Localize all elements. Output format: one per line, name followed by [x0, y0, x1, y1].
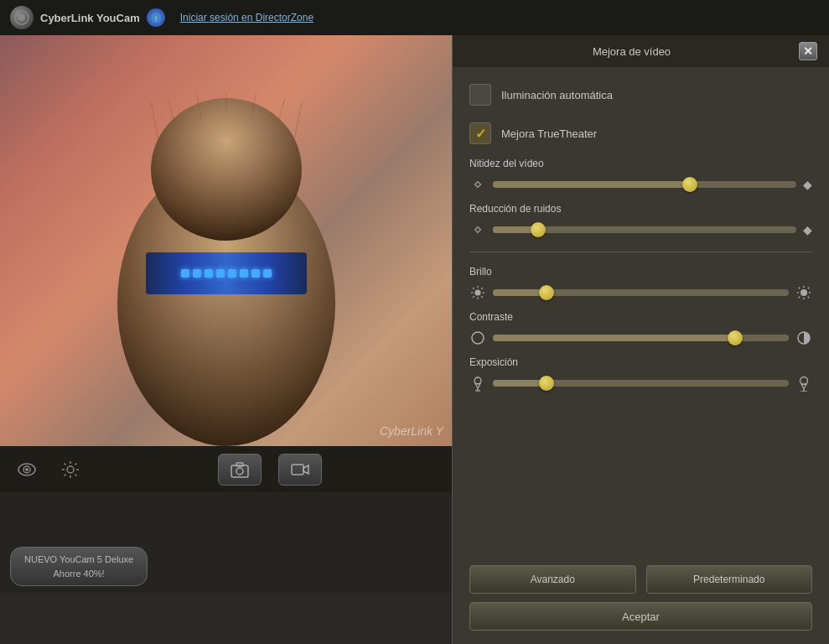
brightness-section: Brillo	[469, 266, 812, 301]
brightness-icon-right	[795, 284, 812, 301]
app-title: CyberLink YouCam	[40, 12, 140, 24]
promo-line1: NUEVO YouCam 5 Deluxe	[24, 553, 133, 567]
auto-illumination-checkbox[interactable]	[469, 84, 491, 106]
separator-1	[469, 252, 812, 252]
led-light	[240, 269, 248, 278]
led-light	[228, 269, 236, 278]
exposure-thumb[interactable]	[539, 376, 554, 391]
svg-point-43	[801, 289, 807, 296]
footer-btn-row: Avanzado Predeterminado	[469, 565, 812, 594]
noise-icon-left	[469, 221, 486, 238]
update-icon[interactable]: ↑	[147, 8, 165, 27]
svg-point-26	[236, 468, 243, 475]
truetheater-row: ✓ Mejora TrueTheater	[469, 119, 812, 148]
capture-photo-button[interactable]	[218, 454, 262, 486]
brightness-slider[interactable]	[493, 289, 789, 296]
promo-line2: Ahorre 40%!	[24, 567, 133, 581]
svg-point-15	[25, 468, 28, 471]
svg-rect-27	[236, 463, 243, 466]
close-button[interactable]: ✕	[799, 42, 817, 60]
led-light	[216, 269, 225, 278]
svg-line-22	[75, 474, 77, 475]
main-content: CyberLink Y	[0, 35, 829, 644]
svg-point-16	[67, 466, 74, 473]
camera-feed: CyberLink Y	[0, 35, 452, 446]
svg-line-21	[65, 463, 66, 465]
sharpness-slider-row: ◆	[469, 176, 812, 193]
svg-point-34	[475, 290, 481, 296]
camera-controls	[0, 446, 452, 492]
noise-thumb[interactable]	[531, 222, 546, 237]
sharpness-icon-left	[469, 176, 486, 193]
noise-icon-right: ◆	[803, 223, 812, 236]
svg-line-41	[481, 288, 483, 289]
eye-button[interactable]	[13, 456, 40, 483]
dialog-title: Mejora de vídeo	[464, 45, 799, 58]
contrast-fill	[493, 335, 735, 341]
promo-badge: NUEVO YouCam 5 Deluxe Ahorre 40%!	[10, 547, 148, 586]
contrast-thumb[interactable]	[728, 330, 743, 345]
svg-line-23	[75, 463, 77, 465]
noise-slider[interactable]	[493, 226, 796, 233]
svg-line-49	[808, 297, 809, 298]
contrast-icon-right	[795, 330, 812, 346]
led-light	[193, 269, 201, 278]
sharpness-thumb[interactable]	[682, 177, 697, 192]
svg-line-51	[799, 297, 800, 298]
svg-line-6	[151, 102, 159, 144]
svg-line-48	[799, 288, 800, 288]
figure-overlay	[92, 94, 360, 446]
svg-rect-28	[292, 465, 303, 475]
exposure-section: Exposición	[469, 356, 812, 392]
svg-point-57	[801, 377, 808, 385]
led-light	[263, 269, 272, 278]
bottom-area: NUEVO YouCam 5 Deluxe Ahorre 40%!	[0, 492, 452, 593]
truetheater-label: Mejora TrueTheater	[501, 127, 597, 140]
contrast-label: Contraste	[469, 311, 812, 323]
contrast-slider-row	[469, 330, 812, 346]
director-zone-link[interactable]: Iniciar sesión en DirectorZone	[180, 12, 313, 23]
auto-illumination-row: Iluminación automática	[469, 80, 812, 109]
sharpness-fill	[493, 181, 690, 188]
brightness-slider-row	[469, 284, 812, 301]
dialog-panel: Mejora de vídeo ✕ Iluminación automática…	[452, 35, 829, 644]
sharpness-slider[interactable]	[493, 181, 796, 188]
brightness-thumb[interactable]	[539, 285, 554, 300]
sharpness-icon-right: ◆	[803, 178, 812, 191]
svg-line-39	[473, 288, 474, 289]
sharpness-section: Nitidez del vídeo ◆	[469, 158, 812, 193]
advanced-button[interactable]: Avanzado	[469, 565, 636, 594]
svg-point-1	[18, 14, 25, 21]
svg-line-24	[65, 474, 66, 475]
settings-button[interactable]	[57, 456, 84, 483]
svg-text:↑: ↑	[153, 14, 158, 23]
capture-video-button[interactable]	[278, 454, 322, 486]
contrast-slider[interactable]	[493, 335, 789, 341]
exposure-slider[interactable]	[493, 380, 789, 387]
sharpness-label: Nitidez del vídeo	[469, 158, 812, 169]
svg-line-12	[293, 102, 302, 144]
dialog-title-bar: Mejora de vídeo ✕	[453, 35, 829, 67]
exposure-icon-left	[469, 375, 486, 392]
noise-slider-row: ◆	[469, 221, 812, 238]
led-light	[205, 269, 213, 278]
truetheater-checkbox[interactable]: ✓	[469, 122, 491, 144]
default-button[interactable]: Predeterminado	[646, 565, 813, 594]
top-bar: CyberLink YouCam ↑ Iniciar sesión en Dir…	[0, 0, 829, 35]
exposure-slider-row	[469, 375, 812, 392]
dialog-body: Iluminación automática ✓ Mejora TrueThea…	[453, 67, 829, 555]
dialog-footer: Avanzado Predeterminado Aceptar	[453, 555, 829, 644]
brightness-label: Brillo	[469, 266, 812, 278]
led-light	[251, 269, 260, 278]
exposure-label: Exposición	[469, 356, 812, 368]
svg-line-42	[473, 296, 474, 298]
svg-rect-25	[231, 465, 248, 477]
led-light	[181, 269, 189, 278]
app-logo	[10, 6, 34, 29]
svg-point-54	[474, 377, 481, 384]
checkmark-icon: ✓	[475, 126, 486, 142]
noise-section: Reducción de ruidos ◆	[469, 203, 812, 238]
exposure-icon-right	[795, 375, 812, 392]
accept-button[interactable]: Aceptar	[469, 602, 812, 631]
svg-line-50	[808, 288, 809, 288]
